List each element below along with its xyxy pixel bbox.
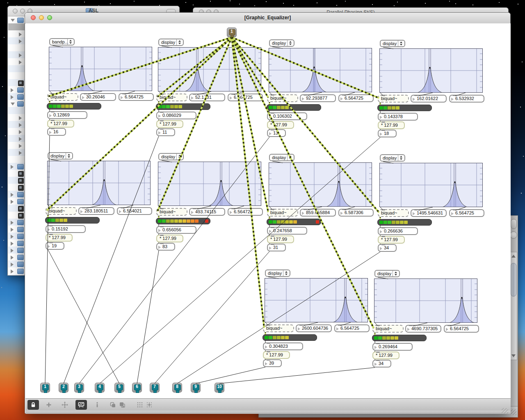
- biquad-object[interactable]: biquad~: [378, 209, 409, 217]
- disclosure-closed-icon[interactable]: [11, 88, 14, 92]
- midi-numbox[interactable]: 18: [378, 130, 397, 137]
- q-numbox[interactable]: 6.564725: [228, 208, 263, 216]
- q-numbox[interactable]: 6.564725: [338, 94, 374, 102]
- multiply-object[interactable]: * 127.99: [267, 235, 294, 243]
- level-meter[interactable]: [377, 219, 432, 226]
- preset-button-2[interactable]: 2: [59, 383, 68, 393]
- biquad-object[interactable]: biquad~: [156, 208, 187, 216]
- vertical-scrollbar[interactable]: [510, 252, 517, 360]
- biquad-object[interactable]: biquad~: [267, 94, 298, 102]
- filtergraph[interactable]: [374, 278, 477, 324]
- midi-numbox[interactable]: 19: [46, 242, 64, 250]
- disclosure-closed-icon[interactable]: [19, 123, 22, 127]
- multiply-object[interactable]: * 127.99: [46, 234, 73, 242]
- round-button[interactable]: [510, 231, 517, 239]
- midi-numbox[interactable]: 16: [47, 128, 66, 136]
- disclosure-closed-icon[interactable]: [19, 144, 22, 148]
- disclosure-closed-icon[interactable]: [19, 130, 22, 134]
- filtergraph[interactable]: [265, 278, 368, 324]
- filtergraph[interactable]: [158, 47, 261, 93]
- midi-numbox[interactable]: 83: [156, 243, 175, 251]
- filtergraph[interactable]: [47, 161, 151, 207]
- gain-numbox[interactable]: 0.656056: [156, 226, 196, 234]
- frequency-numbox[interactable]: 859.655884: [300, 209, 336, 217]
- level-meter[interactable]: [267, 104, 321, 111]
- level-meter[interactable]: [267, 219, 321, 225]
- level-meter[interactable]: [45, 217, 100, 224]
- disclosure-closed-icon[interactable]: [11, 165, 14, 169]
- preset-button-10[interactable]: 10: [215, 383, 224, 393]
- preset-button-8[interactable]: 8: [172, 383, 182, 393]
- patcher-titlebar[interactable]: [Graphic_Equalizer]: [25, 13, 510, 24]
- multiply-object[interactable]: * 127.99: [267, 121, 294, 129]
- filtergraph[interactable]: [379, 48, 483, 94]
- biquad-object[interactable]: biquad~: [378, 95, 409, 103]
- disclosure-closed-icon[interactable]: [19, 60, 22, 64]
- toolbar-grid-snap-icon[interactable]: [144, 400, 155, 410]
- midi-numbox[interactable]: 31: [267, 244, 286, 251]
- gain-numbox[interactable]: 0.143378: [378, 113, 418, 121]
- filter-type-menu[interactable]: display: [158, 153, 184, 160]
- filtergraph[interactable]: [49, 47, 152, 93]
- midi-numbox[interactable]: 13: [267, 129, 286, 137]
- biquad-object[interactable]: biquad~: [267, 209, 298, 217]
- disclosure-open-icon[interactable]: [11, 19, 15, 22]
- level-meter[interactable]: [156, 103, 210, 110]
- disclosure-closed-icon[interactable]: [11, 249, 14, 253]
- biquad-object[interactable]: biquad~: [46, 207, 77, 215]
- filter-type-menu[interactable]: display: [380, 154, 405, 162]
- disclosure-closed-icon[interactable]: [11, 221, 14, 225]
- frequency-numbox[interactable]: 283.180511: [78, 207, 114, 215]
- disclosure-closed-icon[interactable]: [11, 228, 14, 232]
- midi-numbox[interactable]: 34: [378, 244, 397, 252]
- preset-button-3[interactable]: 3: [74, 383, 84, 393]
- filtergraph[interactable]: [269, 162, 372, 208]
- q-numbox[interactable]: 6.564725: [119, 93, 154, 101]
- frequency-numbox[interactable]: 493.74115: [189, 208, 225, 216]
- disclosure-closed-icon[interactable]: [19, 151, 22, 155]
- multiply-object[interactable]: * 127.99: [47, 120, 74, 128]
- midi-numbox[interactable]: 39: [263, 359, 282, 367]
- preset-button-1[interactable]: 1: [40, 383, 50, 393]
- gain-numbox[interactable]: 0.266636: [378, 227, 418, 235]
- frequency-numbox[interactable]: 4690.737305: [405, 325, 441, 333]
- multiply-object[interactable]: * 127.99: [372, 352, 399, 359]
- disclosure-closed-icon[interactable]: [19, 32, 22, 37]
- frequency-numbox[interactable]: 52.1731: [189, 94, 225, 101]
- frequency-numbox[interactable]: 92.293877: [300, 94, 336, 102]
- disclosure-closed-icon[interactable]: [19, 53, 22, 57]
- disclosure-closed-icon[interactable]: [11, 193, 14, 197]
- gain-numbox[interactable]: 0.247658: [267, 227, 307, 235]
- biquad-object[interactable]: biquad~: [156, 94, 187, 101]
- resize-grip[interactable]: [502, 408, 508, 413]
- multiply-object[interactable]: * 127.99: [378, 121, 405, 129]
- preset-button-9[interactable]: 9: [191, 383, 201, 393]
- q-numbox[interactable]: 6.564725: [444, 325, 479, 333]
- multiply-object[interactable]: * 127.99: [263, 351, 290, 359]
- q-numbox[interactable]: 6.564725: [334, 324, 370, 332]
- midi-numbox[interactable]: 11: [156, 128, 175, 136]
- scroll-up-icon[interactable]: [511, 255, 516, 258]
- filtergraph[interactable]: [379, 163, 483, 209]
- gain-numbox[interactable]: 0.15192: [46, 225, 86, 233]
- preset-button-6[interactable]: 6: [132, 383, 142, 393]
- frequency-numbox[interactable]: 162.01622: [411, 95, 447, 103]
- disclosure-closed-icon[interactable]: [11, 269, 14, 274]
- q-numbox[interactable]: 6.564725: [449, 209, 484, 217]
- level-meter[interactable]: [377, 105, 432, 111]
- level-meter[interactable]: [156, 218, 210, 224]
- filter-type-menu[interactable]: display: [265, 269, 290, 277]
- q-numbox[interactable]: 6.564725: [228, 94, 263, 101]
- preset-button-7[interactable]: 7: [150, 383, 160, 393]
- gain-numbox[interactable]: 0.12869: [47, 111, 87, 119]
- trigger-button[interactable]: 1: [227, 27, 237, 37]
- patcher-canvas[interactable]: bandp...biquad~30.260466.5647250.12869* …: [25, 23, 511, 398]
- filter-type-menu[interactable]: display: [269, 39, 294, 47]
- scroll-down-icon[interactable]: [511, 354, 516, 357]
- level-meter[interactable]: [372, 335, 427, 341]
- filter-type-menu[interactable]: display: [380, 40, 405, 47]
- q-numbox[interactable]: 6.532932: [449, 95, 484, 103]
- toolbar-lock-icon[interactable]: [27, 400, 39, 410]
- q-numbox[interactable]: 6.554021: [117, 207, 152, 215]
- multiply-object[interactable]: * 127.99: [378, 236, 405, 244]
